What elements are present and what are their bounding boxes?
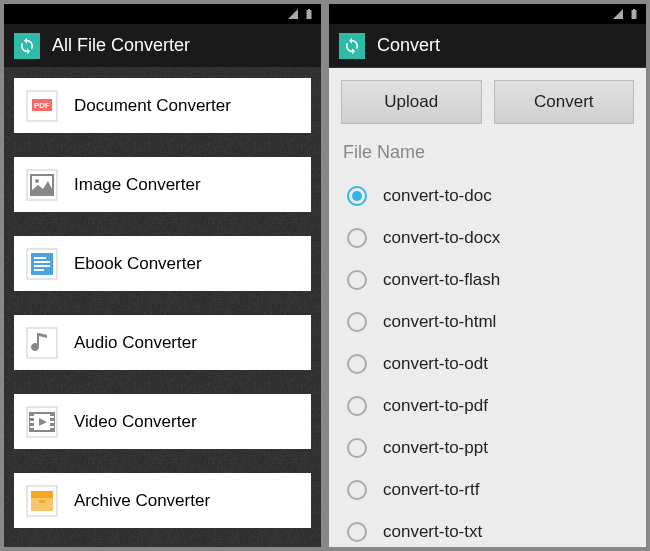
svg-point-5 [35, 179, 39, 183]
archive-icon [26, 485, 58, 517]
convert-button[interactable]: Convert [494, 80, 635, 124]
pdf-icon: PDF [26, 90, 58, 122]
status-bar [4, 4, 321, 24]
ebook-icon [26, 248, 58, 280]
item-label: Document Converter [74, 96, 231, 116]
radio-label: convert-to-rtf [383, 480, 479, 500]
radio-option[interactable]: convert-to-pdf [341, 385, 634, 427]
item-label: Archive Converter [74, 491, 210, 511]
phone-right: Convert Upload Convert File Name convert… [329, 4, 646, 547]
svg-rect-20 [50, 416, 54, 418]
svg-rect-10 [34, 265, 50, 267]
item-label: Audio Converter [74, 333, 197, 353]
radio-option[interactable]: convert-to-txt [341, 511, 634, 547]
radio-option[interactable]: convert-to-rtf [341, 469, 634, 511]
svg-rect-17 [30, 416, 34, 418]
button-row: Upload Convert [341, 80, 634, 124]
battery-icon [628, 8, 640, 20]
svg-rect-11 [34, 269, 44, 271]
title: All File Converter [52, 35, 190, 56]
svg-text:PDF: PDF [34, 101, 50, 110]
radio-icon [347, 312, 367, 332]
converter-list: PDF Document Converter Image Converter E… [4, 68, 321, 547]
radio-icon [347, 522, 367, 542]
radio-option[interactable]: convert-to-flash [341, 259, 634, 301]
item-label: Image Converter [74, 175, 201, 195]
audio-icon [26, 327, 58, 359]
item-audio-converter[interactable]: Audio Converter [14, 315, 311, 370]
item-image-converter[interactable]: Image Converter [14, 157, 311, 212]
radio-label: convert-to-odt [383, 354, 488, 374]
phone-left: All File Converter PDF Document Converte… [4, 4, 321, 547]
radio-icon [347, 480, 367, 500]
radio-icon [347, 186, 367, 206]
svg-rect-18 [30, 421, 34, 423]
svg-rect-19 [30, 426, 34, 428]
video-icon [26, 406, 58, 438]
item-document-converter[interactable]: PDF Document Converter [14, 78, 311, 133]
status-bar [329, 4, 646, 24]
radio-label: convert-to-docx [383, 228, 500, 248]
svg-rect-8 [34, 257, 46, 259]
svg-rect-26 [39, 500, 45, 503]
radio-label: convert-to-flash [383, 270, 500, 290]
radio-icon [347, 354, 367, 374]
item-label: Video Converter [74, 412, 197, 432]
radio-option[interactable]: convert-to-odt [341, 343, 634, 385]
radio-label: convert-to-doc [383, 186, 492, 206]
section-label: File Name [341, 142, 634, 163]
radio-icon [347, 438, 367, 458]
svg-rect-21 [50, 421, 54, 423]
radio-group: convert-to-doc convert-to-docx convert-t… [341, 175, 634, 547]
radio-label: convert-to-ppt [383, 438, 488, 458]
item-ebook-converter[interactable]: Ebook Converter [14, 236, 311, 291]
app-icon [339, 33, 365, 59]
title: Convert [377, 35, 440, 56]
item-video-converter[interactable]: Video Converter [14, 394, 311, 449]
radio-icon [347, 270, 367, 290]
item-archive-converter[interactable]: Archive Converter [14, 473, 311, 528]
radio-label: convert-to-html [383, 312, 496, 332]
radio-icon [347, 396, 367, 416]
svg-rect-9 [34, 261, 50, 263]
radio-option[interactable]: convert-to-html [341, 301, 634, 343]
radio-option[interactable]: convert-to-docx [341, 217, 634, 259]
upload-button[interactable]: Upload [341, 80, 482, 124]
svg-rect-22 [50, 426, 54, 428]
battery-icon [303, 8, 315, 20]
radio-option[interactable]: convert-to-doc [341, 175, 634, 217]
radio-option[interactable]: convert-to-ppt [341, 427, 634, 469]
title-bar: All File Converter [4, 24, 321, 68]
svg-rect-7 [31, 253, 53, 275]
radio-label: convert-to-pdf [383, 396, 488, 416]
convert-screen: Upload Convert File Name convert-to-doc … [329, 68, 646, 547]
radio-icon [347, 228, 367, 248]
radio-label: convert-to-txt [383, 522, 482, 542]
app-icon [14, 33, 40, 59]
item-label: Ebook Converter [74, 254, 202, 274]
signal-icon [287, 8, 299, 20]
title-bar: Convert [329, 24, 646, 68]
svg-rect-12 [27, 328, 57, 358]
image-icon [26, 169, 58, 201]
svg-rect-24 [31, 491, 53, 498]
svg-rect-25 [31, 498, 53, 511]
signal-icon [612, 8, 624, 20]
